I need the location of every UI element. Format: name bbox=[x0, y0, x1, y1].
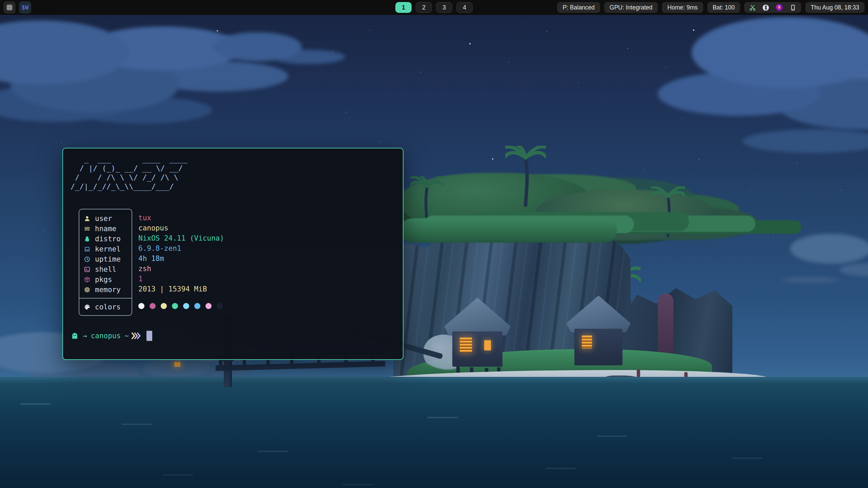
shell-prompt[interactable]: → canopus ~ bbox=[71, 330, 152, 342]
packages-icon bbox=[84, 276, 91, 283]
distro-icon bbox=[84, 236, 91, 242]
cloud-horizon-small bbox=[142, 359, 210, 378]
app-grid-icon bbox=[6, 4, 13, 11]
palette-dot bbox=[172, 303, 178, 309]
value-user: tux bbox=[138, 213, 224, 223]
prompt-host: canopus bbox=[91, 332, 121, 340]
value-shell: zsh bbox=[138, 264, 224, 274]
fetch-label: kernel bbox=[95, 245, 121, 253]
power-profile-pill[interactable]: P: Balanced bbox=[557, 2, 600, 13]
fetch-label: shell bbox=[95, 265, 116, 273]
value-distro: NixOS 24.11 (Vicuna) bbox=[138, 233, 224, 243]
fetch-label: user bbox=[95, 215, 112, 223]
workspace-3[interactable]: 3 bbox=[436, 2, 452, 13]
system-tray bbox=[744, 2, 801, 13]
top-bar: $W 1 2 3 4 P: Balanced GPU: Integrated H… bbox=[0, 0, 868, 15]
clock-pill[interactable]: Thu Aug 08, 18:33 bbox=[805, 2, 865, 13]
scissors-icon[interactable] bbox=[749, 4, 756, 11]
chevron-icon bbox=[137, 332, 141, 340]
workspace-2[interactable]: 2 bbox=[416, 2, 432, 13]
ascii-logo: _ ___ ____ ____ / |/ (_)_ __/ __ \/ __/ … bbox=[71, 155, 187, 191]
palette-dot bbox=[138, 303, 144, 309]
flame-icon[interactable] bbox=[775, 4, 783, 12]
phone-icon[interactable] bbox=[789, 4, 796, 11]
bar-right: P: Balanced GPU: Integrated Home: 9ms Ba… bbox=[557, 2, 865, 13]
bar-left: $W bbox=[3, 1, 31, 14]
prompt-path: ~ bbox=[124, 332, 129, 340]
desktop: $W 1 2 3 4 P: Balanced GPU: Integrated H… bbox=[0, 0, 868, 488]
gpu-pill[interactable]: GPU: Integrated bbox=[604, 2, 658, 13]
hostname-icon bbox=[84, 225, 91, 232]
statue-rock bbox=[658, 293, 673, 358]
ghost-icon bbox=[71, 332, 79, 340]
prompt-chevrons bbox=[133, 332, 141, 340]
shell-icon bbox=[84, 266, 91, 273]
hut-window-lit bbox=[460, 338, 472, 352]
battery-pill[interactable]: Bat: 100 bbox=[707, 2, 740, 13]
cloud-mid-right bbox=[790, 234, 868, 264]
pier-lit-window bbox=[174, 362, 180, 367]
palm-tree bbox=[651, 186, 685, 237]
fetch-label: pkgs bbox=[95, 276, 112, 284]
fetch-row-hname: hname bbox=[79, 224, 132, 234]
fetch-label: hname bbox=[95, 225, 116, 233]
workspace-4[interactable]: 4 bbox=[456, 2, 473, 13]
pier-deck bbox=[216, 361, 385, 371]
value-uptime: 4h 18m bbox=[138, 253, 224, 264]
terminal-window[interactable]: _ ___ ____ ____ / |/ (_)_ __/ __ \/ __/ … bbox=[62, 148, 403, 360]
fetch-row-distro: distro bbox=[79, 234, 132, 244]
terminal-color-palette bbox=[138, 303, 224, 309]
wm-logo-button[interactable]: $W bbox=[19, 1, 31, 14]
text-cursor[interactable] bbox=[146, 331, 152, 341]
wm-logo-text: $W bbox=[22, 4, 28, 11]
memory-icon bbox=[84, 286, 91, 293]
fetch-row-kernel: kernel bbox=[79, 244, 132, 254]
cloud-top-left bbox=[0, 20, 129, 85]
fetch-row-user: user bbox=[79, 214, 132, 224]
palette-dot bbox=[217, 303, 223, 309]
fetch-table: user hname distro kernel bbox=[79, 209, 132, 316]
hut2-window-lit bbox=[582, 336, 592, 348]
cloud-top-right bbox=[692, 17, 868, 88]
ping-pill[interactable]: Home: 9ms bbox=[662, 2, 703, 13]
value-kernel: 6.9.8-zen1 bbox=[138, 243, 224, 253]
fetch-label: memory bbox=[95, 286, 121, 294]
fetch-label: colors bbox=[95, 303, 121, 311]
fetch-label: uptime bbox=[95, 255, 121, 263]
value-hname: canopus bbox=[138, 223, 224, 233]
island bbox=[390, 146, 749, 396]
fetch-row-colors: colors bbox=[79, 299, 132, 316]
cliff-top-greenery bbox=[400, 218, 617, 243]
palette-dot bbox=[161, 303, 167, 309]
fetch-row-pkgs: pkgs bbox=[79, 274, 132, 285]
value-pkgs: 1 bbox=[138, 274, 224, 284]
user-icon bbox=[84, 215, 91, 222]
palette-dot bbox=[150, 303, 156, 309]
fetch-row-uptime: uptime bbox=[79, 254, 132, 264]
fetch-row-shell: shell bbox=[79, 264, 132, 274]
cloud-top-center bbox=[214, 32, 302, 61]
bluetooth-icon[interactable] bbox=[762, 4, 769, 11]
launcher-button[interactable] bbox=[3, 1, 16, 14]
prompt-arrow: → bbox=[83, 332, 87, 340]
wave-highlights bbox=[20, 403, 51, 405]
palette-icon bbox=[84, 304, 91, 310]
ocean bbox=[0, 377, 868, 488]
fetch-label: distro bbox=[95, 235, 121, 243]
kernel-icon bbox=[84, 246, 91, 252]
palm-tree bbox=[505, 146, 546, 207]
palette-dot bbox=[194, 303, 200, 309]
value-memory: 2013 | 15394 MiB bbox=[138, 284, 224, 294]
uptime-icon bbox=[84, 256, 91, 263]
fetch-row-memory: memory bbox=[79, 285, 132, 295]
workspace-switcher: 1 2 3 4 bbox=[395, 0, 473, 15]
hut-window-lit bbox=[484, 340, 491, 350]
palette-dot bbox=[205, 303, 212, 309]
palette-dot bbox=[183, 303, 189, 309]
workspace-1[interactable]: 1 bbox=[395, 2, 412, 13]
fetch-values: tux canopus NixOS 24.11 (Vicuna) 6.9.8-z… bbox=[138, 213, 224, 309]
